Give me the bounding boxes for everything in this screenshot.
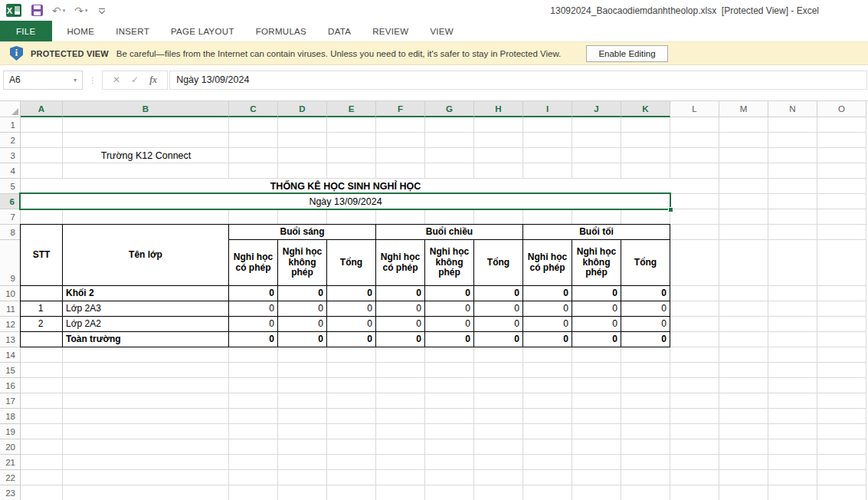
row-header-11[interactable]: 11 [0, 301, 21, 317]
row-header-15[interactable]: 15 [0, 363, 21, 378]
table-cell-F10[interactable]: 0 [375, 285, 425, 301]
redo-dropdown-icon[interactable]: ▾ [85, 5, 88, 16]
name-box-value[interactable]: A6 [4, 74, 67, 85]
fill-handle[interactable] [668, 207, 673, 212]
column-header-L[interactable]: L [670, 101, 719, 117]
table-cell-E12[interactable]: 0 [326, 316, 376, 332]
tab-review[interactable]: REVIEW [362, 21, 419, 41]
cell-A5:K5[interactable]: THỐNG KÊ HỌC SINH NGHỈ HỌC [21, 179, 670, 194]
enter-icon[interactable]: ✓ [131, 74, 139, 85]
table-cell-G12[interactable]: 0 [424, 316, 474, 332]
table-cell-H12[interactable]: 0 [473, 316, 523, 332]
row-header-8[interactable]: 8 [0, 225, 21, 240]
table-cell-F12[interactable]: 0 [375, 316, 425, 332]
column-header-J[interactable]: J [572, 101, 621, 117]
formula-bar-handle[interactable]: ⋮ [89, 76, 97, 84]
save-button[interactable] [29, 3, 45, 18]
table-cell-D10[interactable]: 0 [277, 285, 327, 301]
tab-view[interactable]: VIEW [419, 21, 464, 41]
table-cell-B11[interactable]: Lớp 2A3 [62, 301, 229, 317]
table-cell-C10[interactable]: 0 [228, 285, 278, 301]
table-cell-A10[interactable] [20, 285, 63, 301]
table-cell-C9[interactable]: Nghỉ học có phép [228, 239, 278, 286]
column-header-O[interactable]: O [817, 101, 866, 117]
column-header-C[interactable]: C [229, 101, 278, 117]
row-header-9[interactable]: 9 [0, 240, 21, 286]
table-cell-C12[interactable]: 0 [228, 316, 278, 332]
table-cell-F8:H8[interactable]: Buổi chiều [375, 224, 523, 240]
column-header-G[interactable]: G [425, 101, 474, 117]
table-cell-A11[interactable]: 1 [20, 301, 63, 317]
table-cell-E10[interactable]: 0 [326, 285, 376, 301]
table-cell-F13[interactable]: 0 [375, 331, 425, 347]
table-cell-I13[interactable]: 0 [522, 331, 572, 347]
table-cell-J12[interactable]: 0 [572, 316, 621, 332]
table-cell-D12[interactable]: 0 [277, 316, 327, 332]
table-cell-F9[interactable]: Nghỉ học có phép [375, 239, 425, 286]
row-header-22[interactable]: 22 [0, 470, 21, 485]
spreadsheet-grid[interactable]: ABCDEFGHIJKLMNO1234567891011121314151617… [0, 100, 868, 500]
name-box[interactable]: A6 ▾ [3, 71, 83, 90]
row-header-10[interactable]: 10 [0, 286, 21, 301]
table-cell-I12[interactable]: 0 [522, 316, 572, 332]
row-header-13[interactable]: 13 [0, 332, 21, 347]
table-cell-D13[interactable]: 0 [277, 331, 327, 347]
enable-editing-button[interactable]: Enable Editing [586, 45, 668, 62]
select-all-corner[interactable] [0, 101, 21, 117]
table-cell-G11[interactable]: 0 [424, 301, 474, 317]
column-header-I[interactable]: I [523, 101, 572, 117]
row-header-23[interactable]: 23 [0, 485, 21, 500]
table-cell-E13[interactable]: 0 [326, 331, 376, 347]
table-cell-H9[interactable]: Tổng [473, 239, 523, 286]
table-cell-K11[interactable]: 0 [621, 301, 670, 317]
undo-dropdown-icon[interactable]: ▾ [63, 5, 66, 16]
table-cell-I9[interactable]: Nghỉ học có phép [522, 239, 572, 286]
table-cell-B10[interactable]: Khối 2 [62, 285, 229, 301]
table-cell-F11[interactable]: 0 [375, 301, 425, 317]
row-header-7[interactable]: 7 [0, 209, 21, 225]
row-header-20[interactable]: 20 [0, 439, 21, 455]
tab-insert[interactable]: INSERT [105, 21, 160, 41]
tab-home[interactable]: HOME [57, 21, 106, 41]
table-cell-I10[interactable]: 0 [522, 285, 572, 301]
customize-quick-access-button[interactable] [95, 7, 107, 15]
table-cell-B8:B9[interactable]: Tên lớp [62, 224, 229, 286]
name-box-dropdown-icon[interactable]: ▾ [67, 77, 82, 84]
cancel-icon[interactable]: ✕ [113, 74, 120, 85]
insert-function-icon[interactable]: fx [149, 74, 157, 86]
tab-data[interactable]: DATA [317, 21, 362, 41]
row-header-1[interactable]: 1 [0, 117, 21, 133]
redo-button[interactable]: ↷▾ [72, 4, 90, 18]
row-header-18[interactable]: 18 [0, 409, 21, 424]
table-cell-C11[interactable]: 0 [228, 301, 278, 317]
column-header-K[interactable]: K [621, 101, 670, 117]
column-header-H[interactable]: H [474, 101, 523, 117]
table-cell-H10[interactable]: 0 [473, 285, 523, 301]
row-header-3[interactable]: 3 [0, 148, 21, 163]
column-header-B[interactable]: B [63, 101, 229, 117]
column-header-M[interactable]: M [719, 101, 768, 117]
table-cell-H13[interactable]: 0 [473, 331, 523, 347]
row-header-6[interactable]: 6 [0, 194, 21, 209]
table-cell-J13[interactable]: 0 [572, 331, 621, 347]
table-cell-K10[interactable]: 0 [621, 285, 670, 301]
table-cell-I8:K8[interactable]: Buổi tối [522, 224, 670, 240]
table-cell-K13[interactable]: 0 [621, 331, 670, 347]
table-cell-K9[interactable]: Tổng [621, 239, 670, 286]
table-cell-E9[interactable]: Tổng [326, 239, 376, 286]
table-cell-D11[interactable]: 0 [277, 301, 327, 317]
column-header-F[interactable]: F [376, 101, 425, 117]
table-cell-G13[interactable]: 0 [424, 331, 474, 347]
table-cell-G9[interactable]: Nghỉ học không phép [424, 239, 474, 286]
row-header-2[interactable]: 2 [0, 133, 21, 148]
undo-button[interactable]: ↶▾ [50, 4, 67, 18]
table-cell-A8:A9[interactable]: STT [20, 224, 63, 286]
table-cell-C8:E8[interactable]: Buổi sáng [228, 224, 376, 240]
row-header-19[interactable]: 19 [0, 424, 21, 439]
row-header-17[interactable]: 17 [0, 393, 21, 409]
tab-page-layout[interactable]: PAGE LAYOUT [160, 21, 245, 41]
table-cell-J9[interactable]: Nghỉ học không phép [572, 239, 621, 286]
tab-formulas[interactable]: FORMULAS [245, 21, 317, 41]
table-cell-J11[interactable]: 0 [572, 301, 621, 317]
row-header-16[interactable]: 16 [0, 378, 21, 393]
